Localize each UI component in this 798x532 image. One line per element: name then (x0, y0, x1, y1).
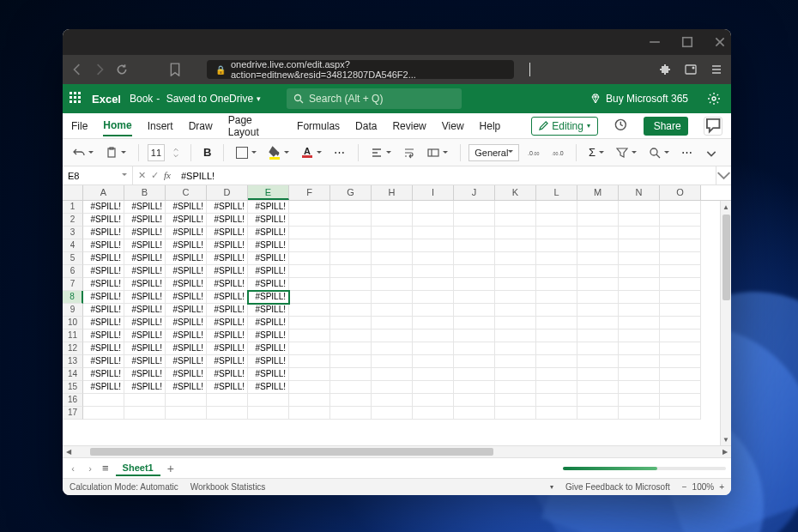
status-chevron[interactable]: ▾ (550, 483, 553, 491)
settings-icon[interactable] (707, 92, 721, 106)
cell[interactable]: #SPILL! (83, 355, 124, 368)
cell[interactable] (454, 394, 495, 407)
cell[interactable]: #SPILL! (166, 329, 207, 342)
cell[interactable] (495, 381, 536, 394)
forward-button[interactable] (94, 63, 106, 76)
cell[interactable] (495, 227, 536, 239)
cell[interactable]: #SPILL! (83, 214, 124, 227)
cell[interactable] (577, 394, 619, 407)
fill-color-button[interactable] (265, 143, 293, 162)
sheet-tab[interactable]: Sheet1 (116, 461, 160, 476)
cell[interactable]: #SPILL! (124, 265, 166, 278)
cell[interactable] (372, 201, 413, 214)
cell[interactable] (619, 368, 660, 381)
cell[interactable]: #SPILL! (83, 265, 124, 278)
column-header[interactable]: B (124, 185, 166, 200)
cell[interactable] (495, 329, 536, 342)
cell[interactable] (289, 252, 330, 265)
cell[interactable] (413, 368, 454, 381)
cell[interactable] (660, 368, 701, 381)
cell[interactable] (124, 407, 166, 420)
cell[interactable] (454, 265, 495, 278)
cell[interactable] (330, 355, 372, 368)
cell[interactable] (413, 407, 454, 420)
cell[interactable]: #SPILL! (166, 239, 207, 252)
reload-button[interactable] (116, 63, 128, 76)
align-button[interactable] (367, 143, 395, 162)
column-header[interactable]: N (619, 185, 660, 200)
cell[interactable] (495, 239, 536, 252)
cell[interactable] (289, 291, 330, 304)
cell[interactable] (536, 252, 577, 265)
wrap-text-button[interactable] (400, 143, 419, 162)
cell[interactable]: #SPILL! (207, 291, 248, 304)
font-size-input[interactable]: 11 (148, 144, 166, 161)
cell[interactable] (577, 342, 619, 355)
find-button[interactable] (645, 143, 673, 162)
cell[interactable] (577, 214, 619, 227)
cell[interactable]: #SPILL! (166, 381, 207, 394)
cell[interactable] (372, 239, 413, 252)
cell[interactable] (619, 278, 660, 291)
cell[interactable] (413, 381, 454, 394)
cell[interactable] (454, 252, 495, 265)
cell[interactable]: #SPILL! (166, 252, 207, 265)
column-header[interactable]: H (372, 185, 413, 200)
cell[interactable] (454, 291, 495, 304)
cell[interactable] (536, 265, 577, 278)
cell[interactable] (577, 381, 619, 394)
cell[interactable] (289, 239, 330, 252)
cell[interactable]: #SPILL! (124, 381, 166, 394)
cell[interactable] (536, 317, 577, 329)
cell[interactable] (330, 381, 372, 394)
row-header[interactable]: 11 (63, 329, 83, 342)
cell[interactable]: #SPILL! (83, 329, 124, 342)
cell[interactable] (289, 265, 330, 278)
cell[interactable]: #SPILL! (166, 368, 207, 381)
cell[interactable]: #SPILL! (83, 317, 124, 329)
cell[interactable] (372, 317, 413, 329)
cell[interactable]: #SPILL! (124, 239, 166, 252)
cell[interactable] (495, 355, 536, 368)
cell[interactable] (619, 227, 660, 239)
scroll-down-arrow[interactable]: ▼ (721, 433, 731, 445)
row-header[interactable]: 15 (63, 381, 83, 394)
scroll-left-arrow[interactable]: ◀ (63, 448, 75, 456)
cell[interactable]: #SPILL! (207, 265, 248, 278)
cell[interactable] (660, 394, 701, 407)
cell[interactable] (330, 239, 372, 252)
scroll-right-arrow[interactable]: ▶ (719, 448, 731, 456)
cell[interactable] (577, 304, 619, 317)
cell[interactable] (536, 355, 577, 368)
cell[interactable] (619, 317, 660, 329)
cell[interactable]: #SPILL! (124, 252, 166, 265)
cell[interactable]: #SPILL! (248, 201, 289, 214)
extensions-icon[interactable] (659, 63, 671, 76)
back-button[interactable] (71, 63, 83, 76)
expand-formula-bar-button[interactable] (716, 166, 731, 184)
cell[interactable] (413, 278, 454, 291)
cell[interactable]: #SPILL! (166, 278, 207, 291)
cell[interactable] (495, 407, 536, 420)
document-name[interactable]: Book - Saved to OneDrive ▾ (130, 93, 261, 105)
cell[interactable] (166, 394, 207, 407)
column-header[interactable]: O (660, 185, 701, 200)
cell[interactable]: #SPILL! (248, 239, 289, 252)
cell[interactable] (619, 381, 660, 394)
cell[interactable] (372, 329, 413, 342)
borders-button[interactable] (233, 143, 260, 162)
cell[interactable]: #SPILL! (166, 214, 207, 227)
cell[interactable]: #SPILL! (83, 291, 124, 304)
cell[interactable]: #SPILL! (124, 329, 166, 342)
cell[interactable]: #SPILL! (124, 304, 166, 317)
cell[interactable] (536, 368, 577, 381)
increase-decimal-button[interactable]: .0.00 (524, 143, 543, 162)
cell[interactable] (330, 265, 372, 278)
cell[interactable] (413, 317, 454, 329)
name-box[interactable]: E8 (63, 166, 133, 184)
cell[interactable] (330, 394, 372, 407)
grid-rows[interactable]: 1#SPILL!#SPILL!#SPILL!#SPILL!#SPILL!2#SP… (63, 201, 731, 445)
cell[interactable] (289, 407, 330, 420)
column-header[interactable]: M (577, 185, 619, 200)
column-header[interactable]: A (83, 185, 124, 200)
